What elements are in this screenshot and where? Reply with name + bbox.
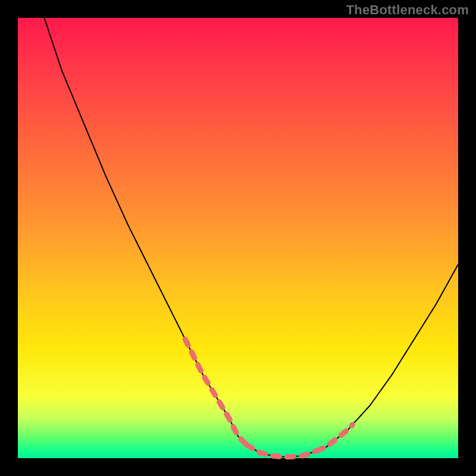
chart-frame: TheBottleneck.com bbox=[0, 0, 476, 476]
highlight-dash-group bbox=[185, 339, 352, 457]
right-slope-dash bbox=[317, 425, 352, 450]
curve-svg bbox=[18, 18, 458, 458]
bottleneck-curve-path bbox=[44, 18, 458, 457]
plot-area bbox=[18, 18, 458, 458]
valley-dash bbox=[247, 445, 317, 457]
left-slope-dash bbox=[185, 339, 247, 445]
watermark-text: TheBottleneck.com bbox=[346, 2, 469, 18]
